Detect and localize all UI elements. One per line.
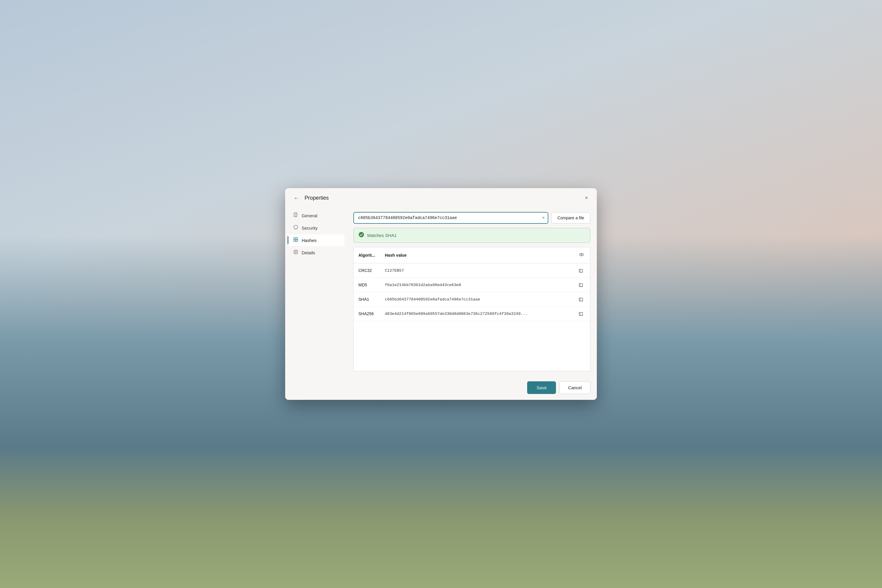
search-row: × Compare a file xyxy=(353,212,590,224)
copy-md5-cell xyxy=(573,278,590,292)
sidebar-item-hashes[interactable]: Hashes xyxy=(288,234,345,246)
svg-rect-5 xyxy=(296,237,298,239)
main-content: × Compare a file Matches SHA1 xyxy=(347,207,597,376)
dialog-titlebar: ← Properties × xyxy=(285,188,597,207)
copy-md5-button[interactable] xyxy=(578,281,585,288)
cancel-button[interactable]: Cancel xyxy=(560,381,590,394)
svg-rect-7 xyxy=(296,240,298,242)
value-sha256: d83e4d214f865e609a60557de330d8d0063e736c… xyxy=(380,307,573,321)
value-sha1: c605b36437784400592e0afadca7496e7cc31aae xyxy=(380,292,573,307)
table-header-row: Algorit... Hash value xyxy=(354,247,590,263)
close-button[interactable]: × xyxy=(582,194,590,202)
details-icon xyxy=(293,250,298,255)
sidebar-item-details[interactable]: Details xyxy=(288,247,345,258)
match-check-icon xyxy=(358,232,364,239)
hash-table: Algorit... Hash value xyxy=(354,247,590,321)
copy-crc32-button[interactable] xyxy=(578,267,585,274)
shield-icon xyxy=(293,225,298,231)
sidebar-item-details-label: Details xyxy=(302,250,315,255)
algo-md5: MD5 xyxy=(354,278,380,292)
match-banner: Matches SHA1 xyxy=(353,228,590,243)
general-icon xyxy=(293,213,298,219)
save-button[interactable]: Save xyxy=(527,381,556,394)
table-row: SHA256 d83e4d214f865e609a60557de330d8d00… xyxy=(354,307,590,321)
svg-rect-4 xyxy=(294,237,296,239)
value-crc32: C127EB57 xyxy=(380,263,573,278)
sidebar-item-general[interactable]: General xyxy=(288,210,345,221)
clear-search-button[interactable]: × xyxy=(542,214,545,221)
hash-table-container: Algorit... Hash value xyxy=(353,247,590,371)
eye-button[interactable] xyxy=(578,251,585,260)
copy-sha1-cell xyxy=(573,292,590,307)
sidebar: General Security xyxy=(285,207,347,376)
svg-point-11 xyxy=(579,254,584,256)
sidebar-item-general-label: General xyxy=(302,213,317,218)
properties-dialog: ← Properties × General xyxy=(285,188,597,400)
svg-point-9 xyxy=(295,251,297,253)
sidebar-item-hashes-label: Hashes xyxy=(302,238,316,243)
svg-point-12 xyxy=(581,254,582,255)
col-header-eye[interactable] xyxy=(573,247,590,263)
algo-sha1: SHA1 xyxy=(354,292,380,307)
sidebar-item-security[interactable]: Security xyxy=(288,222,345,234)
dialog-body: General Security xyxy=(285,207,597,376)
table-row: MD5 f6a1e214bb70361d2aba98ed43ce63e0 xyxy=(354,278,590,292)
algo-sha256: SHA256 xyxy=(354,307,380,321)
compare-file-button[interactable]: Compare a file xyxy=(551,212,590,224)
table-row: SHA1 c605b36437784400592e0afadca7496e7cc… xyxy=(354,292,590,307)
hashes-icon xyxy=(293,237,298,243)
copy-sha256-button[interactable] xyxy=(578,310,585,317)
copy-sha1-button[interactable] xyxy=(578,296,585,303)
col-header-hash-value: Hash value xyxy=(380,247,573,263)
col-header-algorithm: Algorit... xyxy=(354,247,380,263)
svg-rect-6 xyxy=(294,240,296,242)
search-input-wrapper: × xyxy=(353,212,548,224)
copy-crc32-cell xyxy=(573,263,590,278)
hash-search-input[interactable] xyxy=(353,212,548,224)
svg-rect-8 xyxy=(294,250,297,254)
dialog-title: Properties xyxy=(304,195,579,201)
algo-crc32: CRC32 xyxy=(354,263,380,278)
sidebar-item-security-label: Security xyxy=(302,225,318,231)
value-md5: f6a1e214bb70361d2aba98ed43ce63e0 xyxy=(380,278,573,292)
match-text: Matches SHA1 xyxy=(367,233,397,238)
back-button[interactable]: ← xyxy=(292,194,301,202)
svg-point-10 xyxy=(358,232,364,237)
dialog-footer: Save Cancel xyxy=(285,376,597,400)
copy-sha256-cell xyxy=(573,307,590,321)
table-row: CRC32 C127EB57 xyxy=(354,263,590,278)
